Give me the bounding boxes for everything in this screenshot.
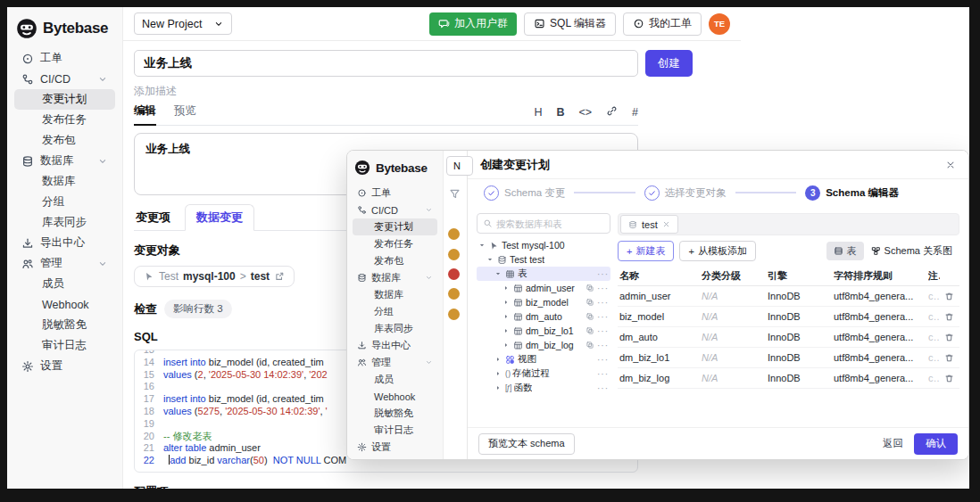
sidebar-item-change-plans[interactable]: 变更计划 [353, 218, 437, 235]
hash-tool[interactable]: # [632, 106, 638, 119]
caret-right-icon[interactable] [502, 311, 511, 322]
caret-right-icon[interactable] [502, 340, 511, 350]
caret-right-icon[interactable] [502, 283, 511, 293]
toggle-schema-diagram[interactable]: Schema 关系图 [864, 242, 959, 260]
sidebar-item-database[interactable]: 数据库 [353, 269, 437, 286]
bold-tool[interactable]: B [556, 106, 564, 119]
sidebar-item-masking-exemption[interactable]: 脱敏豁免 [14, 315, 115, 335]
sidebar-item-settings[interactable]: 设置 [353, 439, 437, 456]
caret-down-icon[interactable] [494, 268, 502, 279]
sql-editor-button[interactable]: SQL 编辑器 [524, 12, 616, 36]
close-icon[interactable] [662, 220, 670, 228]
caret-right-icon[interactable] [494, 368, 502, 379]
sidebar-item-cicd[interactable]: CI/CD [353, 202, 437, 218]
affected-rows-badge[interactable]: 影响行数 3 [164, 300, 232, 318]
sidebar-item-issues[interactable]: 工单 [353, 185, 437, 202]
copy-icon[interactable] [586, 284, 594, 292]
more-actions-icon[interactable]: ··· [597, 284, 609, 293]
create-button[interactable]: 创建 [645, 50, 693, 77]
heading-tool[interactable]: H [534, 106, 542, 119]
bytebase-brand[interactable]: Bytebase [14, 16, 115, 48]
my-issues-button[interactable]: 我的工单 [623, 12, 702, 36]
tab-data-change[interactable]: 数据变更 [185, 204, 254, 231]
sidebar-item-groups[interactable]: 分组 [353, 303, 437, 320]
link-tool[interactable] [606, 105, 618, 119]
database-tab[interactable]: test [620, 215, 678, 234]
table-row[interactable]: dm_biz_lo1N/AInnoDButf8mb4_genera...comm… [618, 348, 959, 368]
caret-right-icon[interactable] [502, 325, 511, 336]
tree-node-[interactable]: 表··· [477, 267, 610, 281]
copy-icon[interactable] [586, 326, 594, 335]
overlay-bytebase-brand[interactable]: Bytebase [353, 158, 437, 185]
sidebar-item-groups[interactable]: 分组 [14, 192, 115, 212]
delete-table-button[interactable] [940, 312, 958, 322]
sidebar-item-databases[interactable]: 数据库 [14, 171, 115, 192]
sidebar-item-sync-schema[interactable]: 库表同步 [353, 320, 437, 337]
more-actions-icon[interactable]: ··· [597, 369, 609, 379]
more-actions-icon[interactable]: ··· [597, 312, 609, 322]
sidebar-item-release-packages[interactable]: 发布包 [353, 252, 437, 269]
plan-title-input[interactable] [134, 50, 638, 77]
sidebar-item-webhook[interactable]: Webhook [14, 294, 115, 315]
tree-node-[interactable]: ( )存储过程··· [477, 366, 610, 381]
caret-down-icon[interactable] [478, 240, 486, 251]
sidebar-item-release-tasks[interactable]: 发布任务 [353, 235, 437, 252]
caret-down-icon[interactable] [486, 254, 494, 265]
more-actions-icon[interactable]: ··· [597, 383, 609, 393]
tree-node-testmysql100[interactable]: Test mysql-100 [477, 238, 610, 252]
sidebar-item-sync-schema[interactable]: 库表同步 [14, 212, 115, 233]
sidebar-item-members[interactable]: 成员 [353, 371, 437, 388]
tree-node-[interactable]: 视图··· [477, 352, 610, 366]
tree-search-input[interactable] [496, 218, 604, 229]
more-actions-icon[interactable]: ··· [597, 326, 609, 336]
back-button[interactable]: 返回 [883, 437, 903, 450]
join-group-button[interactable]: 加入用户群 [429, 12, 517, 36]
sidebar-item-databases[interactable]: 数据库 [353, 286, 437, 303]
copy-icon[interactable] [586, 298, 594, 307]
delete-table-button[interactable] [940, 292, 958, 301]
tree-node-testtest[interactable]: Test test [477, 252, 610, 267]
sidebar-item-audit-log[interactable]: 审计日志 [14, 335, 115, 356]
sidebar-item-settings[interactable]: 设置 [14, 356, 115, 376]
sidebar-item-release-tasks[interactable]: 发布任务 [14, 110, 115, 130]
sidebar-item-issues[interactable]: 工单 [14, 48, 115, 69]
tree-node-biz_model[interactable]: biz_model··· [477, 295, 610, 309]
sidebar-item-change-plans[interactable]: 变更计划 [14, 89, 115, 110]
project-switcher[interactable]: New Project [134, 12, 232, 35]
tree-node-dm_biz_log[interactable]: dm_biz_log··· [477, 338, 610, 352]
table-row[interactable]: admin_userN/AInnoDButf8mb4_genera...comm… [618, 286, 959, 307]
close-icon[interactable] [945, 160, 956, 170]
copy-icon[interactable] [586, 341, 594, 350]
target-database-chip[interactable]: Test mysql-100 > test [134, 266, 295, 287]
sidebar-item-members[interactable]: 成员 [14, 274, 115, 294]
code-tool[interactable]: <> [578, 106, 592, 119]
tree-node-dm_auto[interactable]: dm_auto··· [477, 309, 610, 324]
delete-table-button[interactable] [940, 353, 958, 363]
more-actions-icon[interactable]: ··· [597, 355, 609, 365]
tree-node-[interactable]: [ƒ]函数··· [477, 381, 610, 395]
sidebar-item-admin[interactable]: 管理 [14, 253, 115, 274]
sidebar-item-cicd[interactable]: CI/CD [14, 69, 115, 89]
delete-table-button[interactable] [940, 374, 958, 383]
more-actions-icon[interactable]: ··· [597, 269, 609, 279]
more-actions-icon[interactable]: ··· [597, 298, 609, 308]
toggle-table-view[interactable]: 表 [826, 242, 864, 260]
sidebar-item-webhook[interactable]: Webhook [353, 388, 437, 405]
table-row[interactable]: dm_biz_logN/AInnoDButf8mb4_genera...comm… [618, 368, 959, 389]
tab-change-items[interactable]: 变更项 [134, 205, 172, 230]
tab-preview[interactable]: 预览 [174, 103, 196, 125]
tree-search-box[interactable] [477, 213, 610, 234]
sidebar-item-export-center[interactable]: 导出中心 [14, 233, 115, 253]
tree-node-admin_user[interactable]: admin_user··· [477, 281, 610, 295]
caret-right-icon[interactable] [494, 354, 502, 365]
caret-right-icon[interactable] [502, 297, 511, 308]
tree-node-dm_biz_lo1[interactable]: dm_biz_lo1··· [477, 324, 610, 338]
sidebar-item-release-packages[interactable]: 发布包 [14, 130, 115, 151]
table-row[interactable]: dm_autoN/AInnoDButf8mb4_genera...comment [618, 327, 959, 348]
copy-icon[interactable] [586, 312, 594, 321]
add-description-link[interactable]: 添加描述 [134, 84, 969, 99]
more-actions-icon[interactable]: ··· [597, 341, 609, 350]
new-table-button[interactable]: + 新建表 [618, 241, 674, 261]
table-row[interactable]: biz_modelN/AInnoDButf8mb4_genera...comme… [618, 307, 959, 327]
preview-schema-button[interactable]: 预览文本 schema [478, 433, 575, 455]
